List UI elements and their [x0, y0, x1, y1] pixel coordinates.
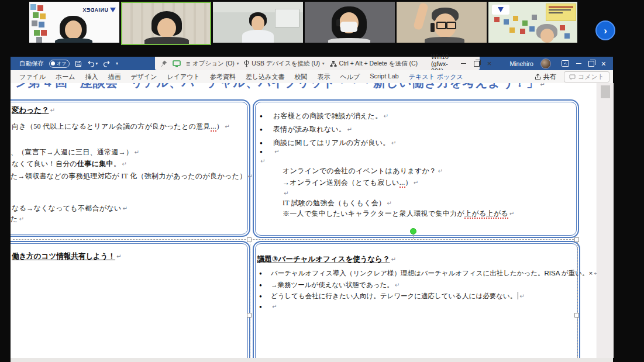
participant-video-2-active-speaker[interactable]	[121, 2, 211, 45]
account-name[interactable]: Minehiro	[510, 60, 533, 67]
minimize-icon[interactable]	[576, 63, 581, 64]
ribbon-tabs-row: ファイル ホーム 挿入 描画 デザイン レイアウト 参考資料 差し込み文書 校閲…	[11, 70, 613, 84]
tl-line3: なくて良い！自分の仕事に集中。↵	[12, 159, 127, 169]
close-icon[interactable]: ×	[601, 60, 606, 68]
logo-v-mark	[110, 8, 116, 12]
participant-video-6[interactable]	[488, 2, 577, 43]
bullet-marker: ●	[260, 113, 273, 119]
selection-border-left[interactable]	[250, 241, 250, 358]
headset-shape	[431, 23, 435, 32]
ribbon-display-options-icon[interactable]	[562, 60, 569, 67]
participant-video-3[interactable]	[213, 2, 303, 43]
virtual-bg-city	[494, 17, 500, 22]
line-text: オンラインでの会社のイベントはありますか？	[283, 167, 436, 175]
document-canvas[interactable]: ン第 4 回「座談会「リアル、バーチャル、ハイブリッド・・・新しい働き方を考えよ…	[11, 83, 597, 358]
tab-design[interactable]: デザイン	[131, 73, 157, 81]
options-label: オプション (O)	[192, 60, 235, 68]
resize-handle-top-right[interactable]	[574, 237, 579, 242]
pilcrow-mark: ↵	[391, 140, 397, 146]
tr-answer: →オンライン送別会（とても寂しい...）↵	[283, 178, 419, 188]
menu-icon: ≡	[186, 60, 190, 68]
options-menu[interactable]: ≡ オプション (O) ▾	[186, 60, 239, 68]
save-icon[interactable]	[75, 60, 82, 67]
raised-hand-shape	[413, 2, 429, 30]
tab-insert[interactable]: 挿入	[85, 73, 98, 81]
heading-text: 議題③バーチャルオフィスを使うなら？	[257, 255, 390, 263]
selection-border-top[interactable]	[13, 239, 577, 240]
next-participants-button[interactable]: ›	[595, 20, 615, 40]
quick-access-toolbar: 自動保存 オフ ▾ ▾	[11, 60, 118, 68]
tab-mailings[interactable]: 差し込み文書	[246, 73, 285, 81]
face-mask-shape	[340, 22, 357, 32]
tab-references[interactable]: 参考資料	[210, 73, 236, 81]
pilcrow-mark: ↵	[387, 200, 392, 206]
document-title: ン第 4 回「座談会「リアル、バーチャル、ハイブリッド・・・新しい働き方を考えよ…	[15, 83, 545, 91]
pilcrow-mark: ↵	[123, 205, 128, 212]
line-text: 向き（50 代以上になるとリアル会議の方が良かったとの意見	[12, 122, 211, 130]
face-shape	[157, 18, 176, 38]
minimize-icon[interactable]	[461, 63, 466, 64]
comment-icon	[569, 74, 576, 80]
customize-qat-icon[interactable]: ▾	[116, 61, 118, 66]
scrollbar-thumb[interactable]	[601, 85, 610, 98]
tab-home[interactable]: ホーム	[56, 73, 75, 81]
send-cad-button[interactable]: Ctrl + Alt + Delete を送信 (C)	[330, 60, 418, 68]
tab-layout[interactable]: レイアウト	[167, 73, 200, 81]
share-icon	[535, 74, 541, 80]
comments-button[interactable]: コメント	[564, 71, 609, 82]
tr-study: IT 試験の勉強会（もくもく会）↵	[283, 198, 392, 208]
share-label: 共有	[543, 73, 556, 81]
usb-label: USB デバイスを接続 (U)	[252, 60, 320, 68]
bullet-marker: ●	[260, 127, 273, 132]
tl-line2: 、（宣言下→人週に三日、通常週→）↵	[11, 147, 139, 157]
torso-shape	[242, 30, 274, 43]
share-button[interactable]: 共有	[531, 71, 560, 82]
participant-video-4[interactable]	[305, 2, 395, 43]
pilcrow-mark: ↵	[414, 180, 419, 186]
account-avatar[interactable]	[540, 58, 551, 69]
pilcrow-mark: ↵	[272, 304, 277, 310]
line-text: た	[11, 215, 18, 223]
network-icon	[330, 60, 337, 67]
autosave-toggle[interactable]: オフ	[49, 60, 70, 68]
bullet-marker: ●	[259, 282, 271, 288]
restore-icon[interactable]	[588, 61, 594, 67]
spellcheck-squiggle: 上がる上がる	[464, 209, 508, 219]
close-icon[interactable]: ×	[487, 60, 492, 67]
spellcheck-squiggle: ...	[211, 122, 216, 132]
pin-icon[interactable]	[161, 60, 167, 67]
resize-handle-mid-right[interactable]	[574, 313, 579, 318]
tab-review[interactable]: 校閲	[294, 73, 307, 81]
pilcrow-mark: ↵	[50, 107, 54, 113]
line-text: なくて良い！自分の	[12, 160, 77, 168]
logo-v-mark	[498, 7, 504, 12]
pilcrow-mark: ↵	[391, 256, 396, 263]
participant-video-5[interactable]	[397, 2, 487, 43]
tab-help[interactable]: ヘルプ	[340, 73, 360, 81]
restore-icon[interactable]	[474, 61, 480, 67]
resize-handle-top-left[interactable]	[247, 237, 252, 242]
resize-handle-mid-left[interactable]	[247, 313, 252, 318]
line-text: 表情が読み取れない。	[273, 125, 346, 133]
torso-shape	[425, 37, 464, 43]
pilcrow-mark: ↵	[122, 161, 127, 167]
tab-text-box-contextual[interactable]: テキスト ボックス	[409, 73, 463, 81]
remote-console-toolbar: ≡ オプション (O) ▾ USB デバイスを接続 (U) ▾ Ctrl + A…	[155, 57, 480, 70]
tab-script-lab[interactable]: Script Lab	[370, 73, 399, 81]
tr-note: ※一人で集中したいキャラクターと衆人環視で集中力が上がる上がる↵	[283, 209, 515, 219]
redo-button[interactable]	[103, 60, 111, 67]
undo-button[interactable]: ▾	[87, 60, 98, 67]
tab-file[interactable]: ファイル	[19, 73, 46, 81]
ribbon-tabs: ファイル ホーム 挿入 描画 デザイン レイアウト 参考資料 差し込み文書 校閲…	[11, 73, 463, 81]
participant-video-1[interactable]: UNIADEX	[29, 2, 119, 43]
tr-bullet4-empty: ●↵	[260, 147, 280, 156]
tab-view[interactable]: 表示	[317, 73, 330, 81]
rotation-handle[interactable]	[410, 228, 416, 235]
pilcrow-mark: ↵	[248, 173, 253, 180]
torso-shape	[144, 37, 189, 45]
selection-border-right[interactable]	[577, 241, 578, 358]
usb-connect-menu[interactable]: USB デバイスを接続 (U) ▾	[244, 60, 324, 68]
tab-draw[interactable]: 描画	[108, 73, 121, 81]
screen-fit-icon[interactable]	[173, 60, 181, 67]
document-scrollbar[interactable]	[597, 83, 614, 358]
